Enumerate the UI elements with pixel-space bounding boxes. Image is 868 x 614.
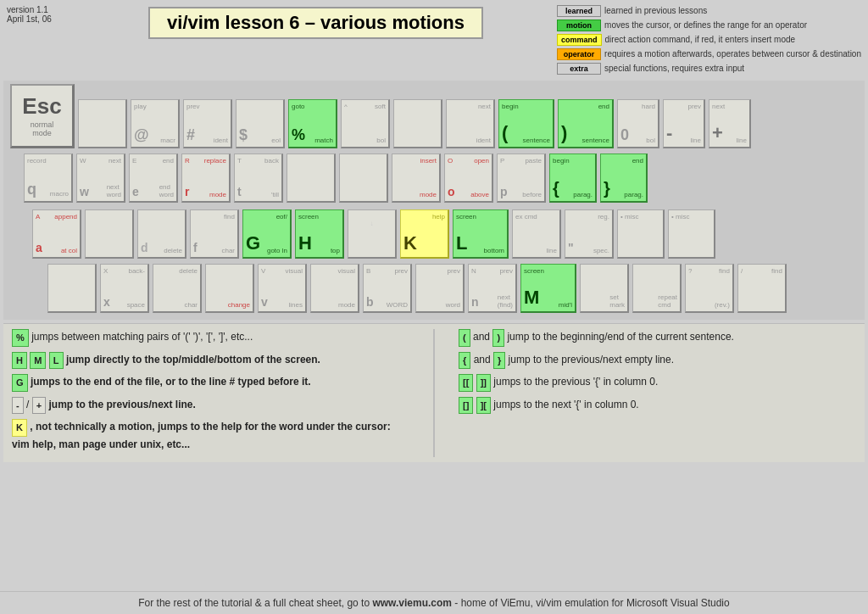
legend-badge-learned: learned: [557, 5, 601, 17]
badge-L: L: [49, 352, 64, 370]
key-G[interactable]: eof/ G goto ln: [242, 209, 292, 259]
key-T[interactable]: Tback t 'till: [234, 154, 283, 203]
key-J[interactable]: ↓: [348, 209, 397, 259]
key-asterisk[interactable]: next ident: [446, 99, 495, 148]
key-dot2[interactable]: • misc: [668, 209, 715, 259]
key-zero[interactable]: hard 0 bol: [617, 99, 659, 148]
badge-closeparen: ): [492, 329, 504, 347]
key-openbrace[interactable]: begin { parag.: [549, 154, 597, 203]
key-Y[interactable]: [287, 154, 336, 203]
desc-G: G jumps to the end of the file, or to th…: [12, 374, 409, 392]
desc-hml: H M L jump directly to the top/middle/bo…: [12, 352, 409, 370]
desc-col-right: ( and ) jump to the beginning/end of the…: [459, 329, 856, 457]
key-openparen[interactable]: begin ( sentence: [498, 99, 554, 148]
desc-sep: /: [26, 399, 32, 410]
key-closebrace[interactable]: end } parag.: [600, 154, 648, 203]
footer: For the rest of the tutorial & a full ch…: [0, 591, 868, 614]
key-E[interactable]: Eend e endword: [129, 154, 178, 203]
title-area: vi/vim lesson 6 – various motions: [75, 5, 557, 39]
key-N[interactable]: Nprev n next(find): [468, 264, 517, 313]
key-dollar[interactable]: $ eol: [236, 99, 285, 148]
key-q[interactable]: record q macro: [24, 154, 73, 203]
desc-minusplus-text: jump to the previous/next line.: [48, 399, 195, 410]
key-V[interactable]: Vvisual v lines: [258, 264, 307, 313]
legend-motion: motion moves the cursor, or defines the …: [557, 20, 861, 31]
footer-link: www.viemu.com: [372, 597, 452, 609]
divider: [433, 329, 435, 457]
key-O[interactable]: Oopen o above: [444, 154, 493, 203]
key-comma[interactable]: repeatcmd: [632, 264, 682, 313]
badge-rr: ]]: [476, 374, 491, 392]
key-L[interactable]: screen L bottom: [453, 209, 509, 259]
version-info: version 1.1 April 1st, 06: [7, 5, 75, 24]
desc-percent-text: jumps between matching pairs of '(' ')',…: [31, 331, 253, 343]
legend-text-motion: moves the cursor, or defines the range f…: [604, 20, 807, 31]
esc-main: Esc: [22, 95, 61, 117]
key-D[interactable]: d delete: [137, 209, 186, 259]
desc-brackets1-text: jumps to the previous '{' in column 0.: [493, 376, 658, 388]
key-F[interactable]: find f char: [190, 209, 239, 259]
main-title: vi/vim lesson 6 – various motions: [148, 7, 483, 39]
key-A[interactable]: Aappend a at col: [32, 209, 81, 259]
key-ampersand[interactable]: [393, 99, 442, 148]
key-C[interactable]: change: [205, 264, 254, 313]
key-B[interactable]: Bprev b WORD: [363, 264, 412, 313]
desc-col-left: % jumps between matching pairs of '(' ')…: [12, 329, 409, 457]
esc-key[interactable]: Esc normalmode: [10, 84, 75, 148]
key-H[interactable]: screen H top: [295, 209, 344, 259]
key-X[interactable]: Xback- x space: [100, 264, 149, 313]
key-v-lower[interactable]: visual mode: [310, 264, 359, 313]
desc-braces: { and } jump to the previous/next empty …: [459, 352, 856, 370]
version-text: version 1.1: [7, 5, 75, 14]
key-closeparen[interactable]: end ) sentence: [558, 99, 614, 148]
legend-text-operator: requires a motion afterwards, operates b…: [604, 48, 861, 59]
key-dot1[interactable]: • misc: [617, 209, 665, 259]
key-K[interactable]: help K: [400, 209, 449, 259]
legend-extra: extra special functions, requires extra …: [557, 63, 861, 75]
legend-badge-motion: motion: [557, 20, 601, 31]
badge-K: K: [12, 419, 27, 437]
key-semicolon[interactable]: ex cmd line: [512, 209, 561, 259]
desc-parens: ( and ) jump to the beginning/end of the…: [459, 329, 856, 347]
key-caret[interactable]: ^soft bol: [341, 99, 390, 148]
legend-text-extra: special functions, requires extra input: [604, 63, 744, 74]
badge-minus: -: [12, 397, 24, 415]
key-S[interactable]: [85, 209, 134, 259]
key-Z[interactable]: [47, 264, 97, 313]
legend-badge-extra: extra: [557, 63, 601, 75]
key-R[interactable]: Rreplace r mode: [181, 154, 231, 203]
legend-area: learned learned in previous lessons moti…: [557, 5, 861, 77]
legend-badge-operator: operator: [557, 48, 601, 60]
key-m[interactable]: setmark: [580, 264, 629, 313]
badge-M: M: [30, 352, 46, 370]
footer-text-post: - home of ViEmu, vi/vim emulation for Mi…: [454, 597, 729, 609]
key-slash[interactable]: ?find (rev.): [685, 264, 734, 313]
key-x-lower[interactable]: delete char: [153, 264, 202, 313]
key-I[interactable]: insert mode: [392, 154, 441, 203]
key-W[interactable]: Wnext w nextword: [76, 154, 125, 203]
legend-command: command direct action command, if red, i…: [557, 34, 861, 46]
key-U[interactable]: [339, 154, 388, 203]
key-quote[interactable]: reg. " spec.: [565, 209, 614, 259]
desc-and2: and: [474, 354, 493, 366]
badge-plus: +: [32, 397, 46, 415]
desc-G-text: jumps to the end of the file, or to the …: [31, 376, 311, 388]
key-tilde[interactable]: [78, 99, 127, 148]
badge-G: G: [12, 374, 28, 392]
key-P[interactable]: Ppaste p before: [497, 154, 546, 203]
key-percent[interactable]: goto % match: [288, 99, 337, 148]
header: version 1.1 April 1st, 06 vi/vim lesson …: [0, 0, 868, 81]
key-plus[interactable]: next + line: [709, 99, 751, 148]
key-M[interactable]: screen M mid'l: [520, 264, 576, 313]
legend-operator: operator requires a motion afterwards, o…: [557, 48, 861, 60]
desc-hml-text: jump directly to the top/middle/bottom o…: [66, 354, 320, 366]
key-minus[interactable]: prev - line: [663, 99, 705, 148]
key-at[interactable]: play @ macr: [131, 99, 180, 148]
key-slash-fwd[interactable]: /find: [737, 264, 787, 313]
desc-percent: % jumps between matching pairs of '(' ')…: [12, 329, 409, 347]
key-b-lower[interactable]: prev word: [415, 264, 465, 313]
desc-K: K , not technically a motion, jumps to t…: [12, 419, 409, 452]
desc-brackets2-text: jumps to the next '{' in column 0.: [493, 399, 638, 410]
key-hash[interactable]: prev # ident: [183, 99, 232, 148]
desc-braces-text: jump to the previous/next empty line.: [509, 354, 674, 366]
